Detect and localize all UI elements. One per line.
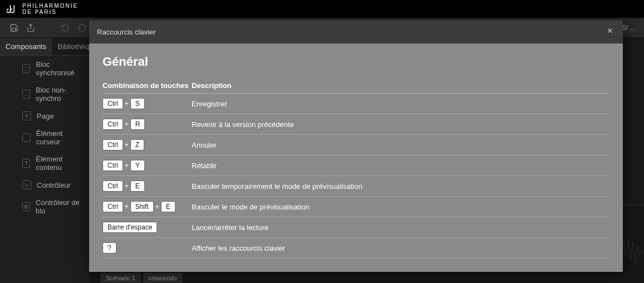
close-icon[interactable] [605,26,615,38]
key: E [130,180,145,192]
col-keys: Combinaison de touches [103,78,192,94]
drag-handle-icon[interactable]: ⋮⋮ [6,66,17,72]
component-icon: # [22,111,31,120]
shortcut-row: Ctrl+ZAnnuler [103,135,609,155]
shortcut-description: Afficher les raccourcis clavier [192,238,609,258]
key: Ctrl [103,139,123,150]
scenario-tab[interactable]: crescendo [143,273,183,283]
app-header: PHILHARMONIE DE PARIS [0,0,644,18]
sidebar-item-label: Bloc synchronisé [36,60,84,77]
sidebar-item-label: Élément contenu [36,155,84,172]
section-title: Général [103,55,609,69]
undo-icon[interactable] [60,23,70,33]
redo-icon[interactable] [77,23,87,33]
shortcut-row: Ctrl+EBasculer temporairement le mode de… [103,176,609,197]
drag-handle-icon[interactable]: ⋮⋮ [6,160,17,167]
key: R [130,119,145,130]
sidebar-item[interactable]: ⋮⋮⬚Bloc synchronisé [0,56,89,81]
shortcut-description: Annuler [192,135,609,155]
component-icon: T [22,159,30,168]
shortcut-row: Ctrl+SEnregistrer [103,94,609,114]
key-combo: Ctrl+S [103,94,192,114]
col-desc: Description [192,78,609,94]
drag-handle-icon[interactable]: ⋮⋮ [6,135,17,141]
logo-icon [7,3,18,14]
sidebar-item[interactable]: ⋮⋮…Bloc non-synchro [0,81,89,107]
sidebar-item-label: Bloc non-synchro [36,86,84,103]
drag-handle-icon[interactable]: ⋮⋮ [6,182,17,188]
sidebar-item-label: Élément curseur [36,129,84,146]
drag-handle-icon[interactable]: ⋮⋮ [6,91,17,97]
sidebar-item[interactable]: ⋮⋮Élément curseur [0,125,89,150]
key: S [130,98,145,109]
component-icon: … [22,90,30,99]
key-combo: ? [103,238,192,258]
sidebar-item-label: Contrôleur de blo [36,198,84,215]
key: Ctrl [103,119,123,130]
component-icon: ▷ [22,180,31,189]
shortcut-row: Ctrl+YRétablir [103,155,609,176]
sidebar-tabs: Composants Bibliothèq [0,38,89,56]
shortcut-row: Ctrl+Shift+EBasculer le mode de prévisua… [103,197,609,217]
key-combo: Ctrl+Y [103,155,192,176]
ruler-chevron-icon[interactable]: › [173,273,175,281]
share-icon[interactable] [26,23,36,33]
key: Ctrl [103,98,123,109]
drag-handle-icon[interactable]: ⋮⋮ [6,113,17,119]
key-combo: Ctrl+Z [103,135,192,155]
sidebar: Composants Bibliothèq ⋮⋮⬚Bloc synchronis… [0,38,89,283]
component-icon: ⊞ [22,202,30,211]
sidebar-item[interactable]: ⋮⋮#Page [0,107,89,125]
shortcuts-table: Combinaison de touches Description Ctrl+… [103,78,609,258]
key: Ctrl [103,201,123,212]
shortcuts-modal: Raccourcis clavier Général Combinaison d… [89,20,623,272]
key: Shift [130,201,154,212]
key: Y [130,160,145,171]
sidebar-item[interactable]: ⋮⋮▷Contrôleur [0,176,89,194]
key-combo: Ctrl+R [103,114,192,135]
shortcut-description: Basculer le mode de prévisualisation [192,197,609,217]
key: Z [130,139,144,150]
waveform-preview [622,233,644,272]
shortcut-description: Basculer temporairement le mode de prévi… [192,176,609,197]
key: Ctrl [103,180,123,192]
key: Barre d'espace [103,222,157,233]
key: E [161,201,175,212]
component-icon: ⬚ [22,64,30,73]
component-icon [22,133,31,142]
save-icon[interactable] [9,23,19,33]
logo-text: PHILHARMONIE DE PARIS [22,3,78,15]
scenario-tab[interactable]: Scénario 1 [100,273,141,283]
key: Ctrl [103,160,123,171]
shortcut-row: ?Afficher les raccourcis clavier [103,238,609,258]
shortcut-row: Ctrl+RRevenir à la version précédente [103,114,609,135]
sidebar-item-label: Page [37,112,53,120]
key: ? [103,242,116,253]
key-combo: Barre d'espace [103,217,192,238]
key-combo: Ctrl+Shift+E [103,197,192,217]
drag-handle-icon[interactable]: ⋮⋮ [6,204,17,210]
shortcut-description: Rétablir [192,155,609,176]
modal-title: Raccourcis clavier [97,28,155,36]
sidebar-item[interactable]: ⋮⋮⊞Contrôleur de blo [0,194,89,219]
tab-composants[interactable]: Composants [0,38,52,55]
sidebar-item[interactable]: ⋮⋮TÉlément contenu [0,150,89,176]
tab-bibliotheque[interactable]: Bibliothèq [52,38,95,55]
sidebar-item-label: Contrôleur [37,181,71,189]
shortcut-row: Barre d'espaceLancer/arrêter la lecture [103,217,609,238]
shortcut-description: Enregistrer [192,94,609,114]
shortcut-description: Revenir à la version précédente [192,114,609,135]
shortcut-description: Lancer/arrêter la lecture [192,217,609,238]
key-combo: Ctrl+E [103,176,192,197]
